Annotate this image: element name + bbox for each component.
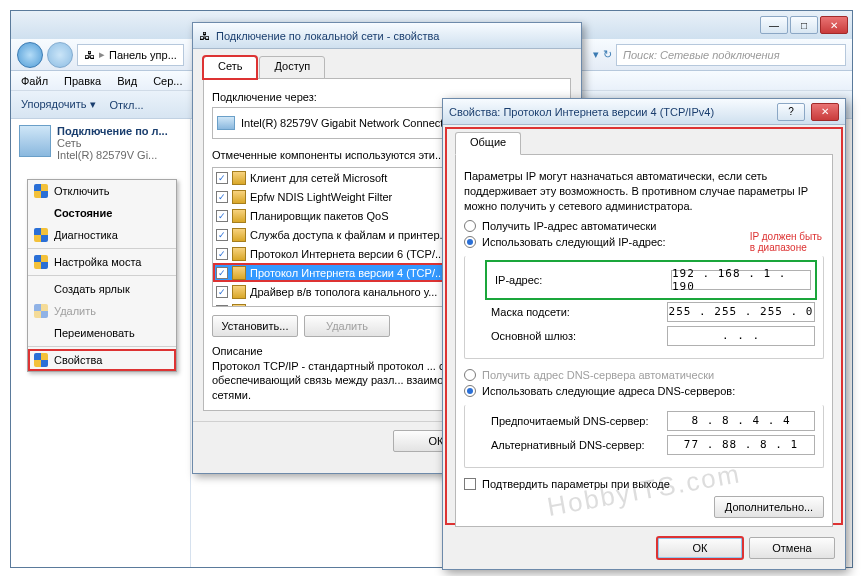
shield-icon xyxy=(34,304,48,318)
preferred-dns-input[interactable]: 8 . 8 . 4 . 4 xyxy=(667,411,815,431)
ctx-disable[interactable]: Отключить xyxy=(28,180,176,202)
ctx-shortcut[interactable]: Создать ярлык xyxy=(28,278,176,300)
connection-status: Сеть xyxy=(57,137,81,149)
advanced-button[interactable]: Дополнительно... xyxy=(714,496,824,518)
chevron-down-icon[interactable]: ▾ xyxy=(593,48,599,61)
back-button[interactable] xyxy=(17,42,43,68)
checkbox-icon[interactable]: ✓ xyxy=(216,286,228,298)
checkbox-icon[interactable]: ✓ xyxy=(216,229,228,241)
cancel-button[interactable]: Отмена xyxy=(749,537,835,559)
gateway-label: Основной шлюз: xyxy=(491,330,661,342)
checkbox-icon[interactable]: ✓ xyxy=(216,248,228,260)
dns2-label: Альтернативный DNS-сервер: xyxy=(491,439,661,451)
protocol-icon xyxy=(232,285,246,299)
protocol-icon xyxy=(232,266,246,280)
protocol-icon xyxy=(232,228,246,242)
help-button[interactable]: ? xyxy=(777,103,805,121)
props-titlebar: 🖧 Подключение по локальной сети - свойст… xyxy=(193,23,581,49)
radio-icon xyxy=(464,220,476,232)
close-button[interactable]: ✕ xyxy=(811,103,839,121)
tab-general[interactable]: Общие xyxy=(455,132,521,155)
gateway-input[interactable]: . . . xyxy=(667,326,815,346)
protocol-icon xyxy=(232,171,246,185)
connection-text: Подключение по л... Сеть Intel(R) 82579V… xyxy=(57,125,168,161)
ipv4-body: Общие Параметры IP могут назначаться авт… xyxy=(443,125,845,527)
maximize-button[interactable]: □ xyxy=(790,16,818,34)
adapter-name: Intel(R) 82579V Gigabit Network Connect.… xyxy=(241,117,453,129)
search-placeholder: Поиск: Сетевые подключения xyxy=(623,49,780,61)
ctx-delete[interactable]: Удалить xyxy=(28,300,176,322)
breadcrumb-network-icon: 🖧 xyxy=(84,49,95,61)
checkbox-icon[interactable]: ✓ xyxy=(216,305,228,308)
protocol-icon xyxy=(232,304,246,308)
breadcrumb-item[interactable]: Панель упр... xyxy=(109,49,177,61)
tab-network[interactable]: Сеть xyxy=(203,56,257,79)
ctx-bridge[interactable]: Настройка моста xyxy=(28,251,176,273)
network-adapter-icon xyxy=(19,125,51,157)
shield-icon xyxy=(34,255,48,269)
dialog-title: Подключение по локальной сети - свойства xyxy=(216,30,575,42)
menu-edit[interactable]: Правка xyxy=(64,75,101,87)
tab-sharing[interactable]: Доступ xyxy=(259,56,325,79)
radio-auto-dns: Получить адрес DNS-сервера автоматически xyxy=(464,369,824,381)
chevron-right-icon: ▸ xyxy=(99,48,105,61)
ctx-properties[interactable]: Свойства xyxy=(28,349,176,371)
close-button[interactable]: ✕ xyxy=(820,16,848,34)
ip-highlight: IP-адрес: 192 . 168 . 1 . 190 xyxy=(487,262,815,298)
organize-menu[interactable]: Упорядочить ▾ xyxy=(21,98,96,111)
forward-button[interactable] xyxy=(47,42,73,68)
alternate-dns-input[interactable]: 77 . 88 . 8 . 1 xyxy=(667,435,815,455)
radio-icon xyxy=(464,369,476,381)
connection-adapter: Intel(R) 82579V Gi... xyxy=(57,149,157,161)
subnet-mask-input[interactable]: 255 . 255 . 255 . 0 xyxy=(667,302,815,322)
network-icon: 🖧 xyxy=(199,30,210,42)
info-text: Параметры IP могут назначаться автоматич… xyxy=(464,169,824,214)
radio-auto-ip[interactable]: Получить IP-адрес автоматически xyxy=(464,220,824,232)
ok-button[interactable]: ОК xyxy=(657,537,743,559)
checkbox-icon[interactable]: ✓ xyxy=(216,191,228,203)
shield-icon xyxy=(34,228,48,242)
tabstrip: Сеть Доступ xyxy=(203,55,571,79)
checkbox-icon[interactable] xyxy=(464,478,476,490)
checkbox-icon[interactable]: ✓ xyxy=(216,267,228,279)
ipv4-titlebar: Свойства: Протокол Интернета версии 4 (T… xyxy=(443,99,845,125)
context-menu: Отключить Состояние Диагностика Настройк… xyxy=(27,179,177,372)
protocol-icon xyxy=(232,190,246,204)
dns1-label: Предпочитаемый DNS-сервер: xyxy=(491,415,661,427)
search-input[interactable]: Поиск: Сетевые подключения xyxy=(616,44,846,66)
radio-use-dns[interactable]: Использовать следующие адреса DNS-сервер… xyxy=(464,385,824,397)
mask-label: Маска подсети: xyxy=(491,306,661,318)
connection-name: Подключение по л... xyxy=(57,125,168,137)
uninstall-button: Удалить xyxy=(304,315,390,337)
ctx-status[interactable]: Состояние xyxy=(28,202,176,224)
checkbox-icon[interactable]: ✓ xyxy=(216,172,228,184)
refresh-icon[interactable]: ↻ xyxy=(603,48,612,61)
install-button[interactable]: Установить... xyxy=(212,315,298,337)
radio-icon xyxy=(464,236,476,248)
ctx-rename[interactable]: Переименовать xyxy=(28,322,176,344)
annotation-text: IP должен быть в диапазоне xyxy=(750,231,822,253)
breadcrumb[interactable]: 🖧 ▸ Панель упр... xyxy=(77,44,184,66)
menu-file[interactable]: Файл xyxy=(21,75,48,87)
radio-icon xyxy=(464,385,476,397)
nic-icon xyxy=(217,116,235,130)
ipv4-properties-dialog: Свойства: Протокол Интернета версии 4 (T… xyxy=(442,98,846,570)
ip-address-input[interactable]: 192 . 168 . 1 . 190 xyxy=(671,270,811,290)
disable-device-button[interactable]: Откл... xyxy=(110,99,144,111)
connection-item[interactable]: Подключение по л... Сеть Intel(R) 82579V… xyxy=(11,119,190,167)
validate-checkbox-row[interactable]: Подтвердить параметры при выходе xyxy=(464,478,824,490)
checkbox-icon[interactable]: ✓ xyxy=(216,210,228,222)
shield-icon xyxy=(34,184,48,198)
shield-icon xyxy=(34,353,48,367)
minimize-button[interactable]: — xyxy=(760,16,788,34)
protocol-icon xyxy=(232,247,246,261)
menu-view[interactable]: Вид xyxy=(117,75,137,87)
menu-tools[interactable]: Сер... xyxy=(153,75,182,87)
dialog-title: Свойства: Протокол Интернета версии 4 (T… xyxy=(449,106,771,118)
protocol-icon xyxy=(232,209,246,223)
ip-label: IP-адрес: xyxy=(495,274,665,286)
ctx-diagnose[interactable]: Диагностика xyxy=(28,224,176,246)
